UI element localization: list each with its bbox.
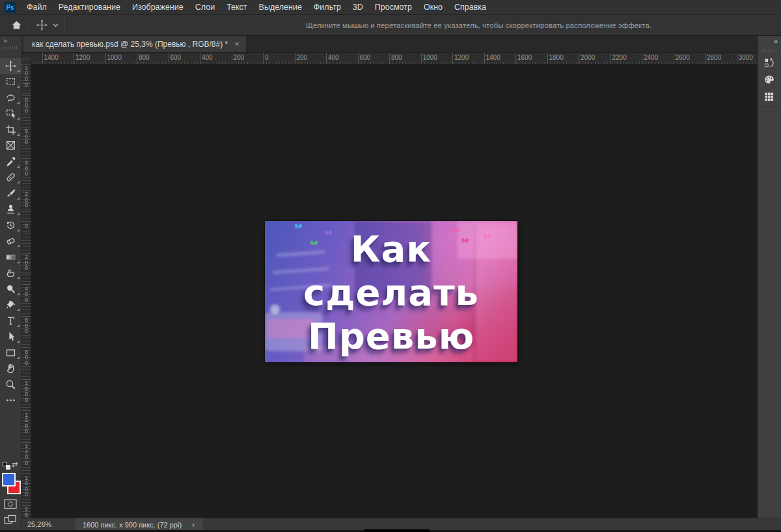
canvas-area[interactable]: КаксделатьПревью (31, 64, 757, 518)
menu-item-3d[interactable]: 3D (347, 0, 369, 15)
eraser-icon (5, 235, 16, 246)
brush-icon (5, 188, 16, 199)
thumbnail-title: КаксделатьПревью (265, 221, 517, 362)
lasso-icon (5, 92, 16, 103)
thumbnail-title-line: сделать (303, 271, 479, 314)
v-ruler-label: 8 0 0 (21, 97, 31, 114)
h-ruler-label: 400 (328, 54, 339, 61)
rectangular-marquee-icon (5, 76, 16, 87)
screen-mode-button[interactable] (4, 514, 17, 527)
tool-eraser[interactable] (0, 233, 21, 250)
v-ruler-label: 6 0 0 (21, 317, 31, 334)
ruler-corner-grip (23, 57, 30, 60)
h-ruler-label: 600 (171, 54, 182, 61)
type-icon (5, 315, 16, 326)
tab-close-icon[interactable]: × (234, 39, 240, 49)
toolbar-header: » (0, 36, 21, 52)
status-chevron-icon[interactable]: › (192, 520, 195, 529)
h-ruler-label: 1800 (549, 54, 564, 61)
tool-edit-toolbar[interactable] (0, 393, 21, 409)
menu-item-filter[interactable]: Фильтр (308, 0, 347, 15)
tool-path-selection[interactable] (0, 329, 21, 345)
menu-item-window[interactable]: Окно (418, 0, 448, 15)
tool-gradient[interactable] (0, 249, 21, 265)
vertical-ruler[interactable]: 1 0 0 08 0 06 0 04 0 02 0 002 0 04 0 06 … (21, 64, 31, 518)
crop-icon (5, 124, 16, 135)
h-ruler-label: 3000 (739, 54, 753, 61)
history-panel-icon[interactable] (761, 55, 777, 71)
tool-rectangle[interactable] (0, 345, 21, 361)
foreground-color-swatch[interactable] (2, 473, 16, 486)
tool-zoom[interactable] (0, 377, 21, 393)
tool-pen[interactable] (0, 297, 21, 313)
ruler-corner[interactable] (21, 53, 31, 64)
swap-colors-icon[interactable]: ⇄ (12, 460, 18, 469)
chevron-down-icon[interactable] (50, 17, 61, 34)
tool-frame[interactable] (0, 138, 21, 154)
tool-type[interactable] (0, 313, 21, 329)
menu-item-layers[interactable]: Слои (189, 0, 221, 15)
v-ruler-label: 8 0 0 (21, 349, 31, 366)
object-selection-icon (5, 108, 16, 119)
right-dock: « (757, 36, 781, 532)
tool-object-selection[interactable] (0, 106, 21, 122)
history-brush-icon (5, 220, 16, 231)
gradient-icon (5, 252, 16, 263)
document-tab[interactable]: как сделать превью.psd @ 25,3% (Превью ,… (23, 36, 247, 52)
h-ruler-label: 2200 (612, 54, 627, 61)
h-ruler-label: 400 (202, 54, 213, 61)
h-ruler-label: 1200 (75, 54, 90, 61)
menu-item-help[interactable]: Справка (448, 0, 492, 15)
menu-item-type[interactable]: Текст (221, 0, 253, 15)
menu-item-image[interactable]: Изображение (126, 0, 189, 15)
v-ruler-label: 0 (21, 223, 31, 229)
tool-history-brush[interactable] (0, 217, 21, 233)
options-separator (64, 18, 65, 33)
spot-healing-icon (5, 172, 16, 183)
h-ruler-label: 1600 (517, 54, 532, 61)
grid-panel-icon[interactable] (761, 89, 777, 105)
document-canvas[interactable]: КаксделатьПревью (265, 221, 517, 362)
move-tool-option-icon[interactable] (33, 17, 50, 34)
options-separator (29, 18, 29, 33)
menu-item-edit[interactable]: Редактирование (53, 0, 126, 15)
color-palette-panel-icon[interactable] (761, 72, 777, 88)
tool-rectangular-marquee[interactable] (0, 74, 21, 90)
edit-toolbar-icon (5, 395, 16, 406)
tool-smudge[interactable] (0, 265, 21, 282)
h-ruler-label: 600 (360, 54, 371, 61)
photoshop-logo-icon[interactable]: Ps (5, 2, 16, 13)
thumbnail-title-line: Превью (308, 314, 474, 358)
tab-bar: как сделать превью.psd @ 25,3% (Превью ,… (21, 36, 757, 52)
tool-eyedropper[interactable] (0, 153, 21, 170)
v-ruler-label: 6 0 0 (21, 128, 31, 145)
default-colors-icon[interactable] (3, 462, 9, 468)
h-ruler-label: 2000 (581, 54, 595, 61)
tool-move[interactable] (0, 58, 21, 74)
clone-stamp-icon (5, 204, 16, 215)
horizontal-ruler[interactable]: 1400120010008006004002000200400600800100… (31, 53, 757, 64)
dock-collapse-icon[interactable]: « (774, 37, 777, 45)
menu-item-file[interactable]: Файл (21, 0, 53, 15)
v-ruler-label: 1 2 0 0 (21, 412, 31, 434)
toolbar-expand-chevron-icon[interactable]: » (3, 36, 7, 44)
menu-items: ФайлРедактированиеИзображениеСлоиТекстВы… (21, 0, 492, 15)
v-ruler-label: 2 0 0 (21, 191, 31, 208)
tool-hand[interactable] (0, 361, 21, 377)
toolbar-grip[interactable] (3, 46, 18, 49)
v-ruler-label: 1 0 0 0 (21, 65, 31, 87)
document-info-segment[interactable]: 1600 пикс. x 900 пикс. (72 ppi) › (75, 518, 202, 531)
home-icon[interactable] (8, 17, 25, 34)
tool-crop[interactable] (0, 122, 21, 138)
tool-clone-stamp[interactable] (0, 202, 21, 218)
tool-spot-healing[interactable] (0, 170, 21, 186)
zoom-level-field[interactable]: 25,26% (27, 518, 51, 531)
h-ruler-label: 200 (297, 54, 308, 61)
tool-brush[interactable] (0, 185, 21, 202)
tool-lasso[interactable] (0, 90, 21, 106)
menu-item-view[interactable]: Просмотр (369, 0, 418, 15)
tool-dodge[interactable] (0, 281, 21, 297)
document-dimensions: 1600 пикс. x 900 пикс. (72 ppi) (83, 521, 182, 529)
menu-item-select[interactable]: Выделение (253, 0, 308, 15)
quick-mask-button[interactable] (4, 499, 17, 511)
